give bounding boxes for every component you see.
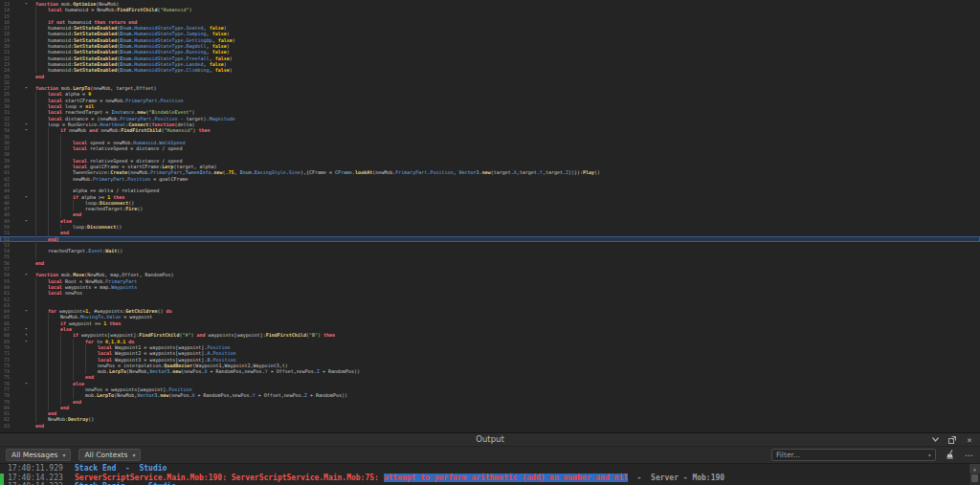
log-row[interactable]: 17:40:14.223ServerScriptService.Main.Mob…: [0, 474, 980, 483]
code-lines: 13▾function mob.Optimize(NewMob)14local …: [0, 1, 980, 429]
log-rows: 17:40:11.929Stack End - Studio17:40:14.2…: [0, 464, 980, 485]
log-timestamp: 17:40:14.223: [8, 474, 65, 483]
filter-box[interactable]: ▾: [771, 449, 936, 461]
contexts-filter-dropdown[interactable]: All Contexts ▾: [78, 449, 141, 461]
messages-filter-label: All Messages: [11, 451, 57, 459]
roblox-studio-script-view: 13▾function mob.Optimize(NewMob)14local …: [0, 0, 980, 485]
chevron-down-icon[interactable]: ▾: [927, 452, 931, 458]
popout-window-icon[interactable]: [947, 435, 957, 445]
output-scrollbar[interactable]: ▲: [969, 464, 980, 485]
fold-gutter: [21, 423, 35, 429]
log-message-segment: - Server - Mob:190: [628, 474, 724, 482]
clear-output-icon[interactable]: [944, 449, 957, 462]
more-options-icon[interactable]: ⋯: [965, 451, 974, 460]
close-icon[interactable]: ×: [965, 435, 974, 445]
log-message-segment: attempt to perform arithmetic (add) on n…: [384, 474, 628, 482]
line-number[interactable]: 83: [0, 423, 21, 429]
code-editor[interactable]: 13▾function mob.Optimize(NewMob)14local …: [0, 0, 980, 432]
output-titlebar: Output ×: [0, 433, 980, 447]
chevron-down-icon: ▾: [62, 452, 65, 458]
log-row[interactable]: 17:40:11.929Stack End - Studio: [0, 464, 980, 474]
code-text: end: [35, 423, 980, 429]
chevron-down-icon: ▾: [132, 452, 135, 458]
output-toolbar: All Messages ▾ All Contexts ▾ ▾: [0, 447, 980, 464]
log-message-segment: ServerScriptService.Main.Mob:190: Server…: [75, 474, 384, 482]
scrollbar-thumb[interactable]: [971, 474, 978, 482]
output-panel: Output × All Messages ▾ All Contexts ▾: [0, 432, 980, 485]
output-log: 17:40:11.929Stack End - Studio17:40:14.2…: [0, 464, 980, 485]
code-line[interactable]: 83end: [0, 423, 980, 429]
messages-filter-dropdown[interactable]: All Messages ▾: [6, 449, 71, 461]
chevron-down-icon[interactable]: [930, 435, 940, 445]
contexts-filter-label: All Contexts: [84, 451, 127, 459]
output-panel-title: Output: [0, 434, 980, 444]
scroll-up-icon[interactable]: ▲: [969, 464, 980, 474]
filter-input[interactable]: [776, 451, 924, 459]
log-message-segment: Stack End - Studio: [75, 464, 167, 473]
log-timestamp: 17:40:11.929: [8, 464, 65, 474]
